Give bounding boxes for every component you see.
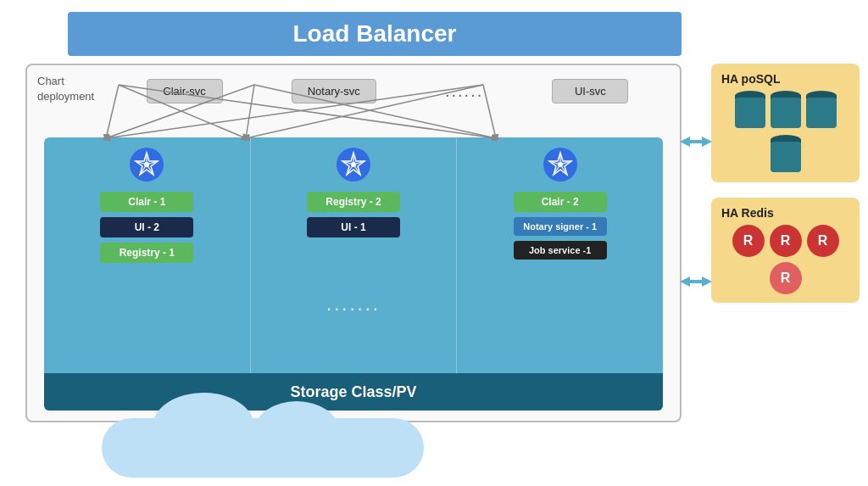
ui-svc-box: UI-svc (552, 79, 628, 103)
db-icon-3 (806, 91, 837, 130)
notary-svc-box: Notary-svc (292, 79, 376, 103)
pod-registry-1: Registry - 1 (100, 243, 193, 263)
node-col-3: Clair - 2 Notary signer - 1 Job service … (457, 137, 663, 411)
pod-job-service-1: Job service -1 (514, 241, 607, 260)
pod-clair-1: Clair - 1 (100, 192, 193, 212)
pod-registry-2: Registry - 2 (307, 192, 400, 212)
db-icon-1 (735, 91, 765, 130)
svg-marker-35 (680, 277, 690, 287)
pod-clair-2: Clair - 2 (514, 192, 607, 212)
svg-marker-34 (702, 137, 712, 147)
services-dots: ...... (445, 81, 483, 101)
cloud-shape (102, 418, 424, 478)
node-col-1: Clair - 1 UI - 2 Registry - 1 (44, 137, 250, 411)
redis-icon-4: R (770, 262, 802, 294)
k8s-icon-3 (542, 146, 579, 183)
node-col-2: Registry - 2 UI - 1 ....... (250, 137, 458, 411)
main-deployment-box: Chart deployment Clair-svc Notary-svc ..… (25, 64, 682, 422)
redis-icons: R R R R (721, 225, 849, 294)
ha-postgres-box: HA poSQL (711, 64, 860, 182)
load-balancer-box: Load Balancer (68, 12, 682, 56)
ha-redis-box: HA Redis R R R R (711, 198, 860, 303)
arrow-to-postgres (683, 140, 709, 143)
clair-svc-box: Clair-svc (147, 79, 223, 103)
redis-icon-1: R (732, 225, 765, 257)
pod-ui-1: UI - 1 (307, 217, 400, 237)
svg-marker-36 (702, 277, 712, 287)
ha-postgres-title: HA poSQL (721, 72, 849, 86)
pod-notary-signer-1: Notary signer - 1 (514, 217, 607, 236)
arrow-to-redis (683, 280, 709, 283)
load-balancer-label: Load Balancer (293, 20, 457, 47)
redis-icon-2: R (770, 225, 802, 257)
ha-area: HA poSQL HA Redis R R R (711, 64, 860, 303)
ha-redis-title: HA Redis (721, 206, 849, 220)
pod-ui-2: UI - 2 (100, 217, 193, 237)
db-icons (721, 91, 849, 174)
db-icon-4 (771, 135, 801, 174)
chart-deployment-label: Chart deployment (37, 74, 94, 104)
node-dots: ....... (326, 293, 381, 316)
k8s-icon-1 (128, 146, 165, 183)
db-icon-2 (771, 91, 801, 130)
k8s-icon-2 (335, 146, 372, 183)
redis-icon-3: R (807, 225, 839, 257)
storage-bar: Storage Class/PV (44, 373, 663, 411)
deploy-area: Clair - 1 UI - 2 Registry - 1 Registry -… (44, 137, 663, 411)
services-row: Clair-svc Notary-svc ...... UI-svc (112, 79, 663, 103)
svg-marker-33 (680, 137, 690, 147)
